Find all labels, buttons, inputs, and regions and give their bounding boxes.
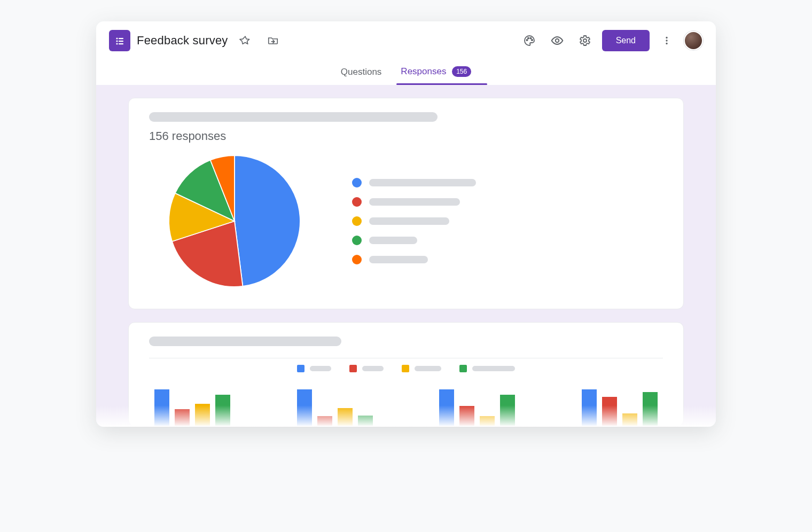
legend-label-placeholder — [369, 217, 449, 225]
bar-group — [297, 389, 373, 426]
bar — [500, 395, 515, 426]
preview-eye-icon[interactable] — [546, 30, 568, 51]
legend-swatch-icon — [349, 365, 357, 372]
responses-count-badge: 156 — [452, 66, 471, 77]
legend-swatch-icon — [352, 178, 362, 187]
responses-body: 156 responses — [96, 85, 716, 427]
star-icon[interactable] — [235, 30, 256, 51]
svg-point-14 — [666, 37, 667, 38]
account-avatar[interactable] — [684, 31, 703, 50]
bar — [459, 406, 474, 426]
forms-logo-icon — [109, 30, 130, 51]
bar — [215, 395, 230, 426]
legend-swatch-icon — [352, 216, 362, 226]
legend-item — [352, 236, 476, 245]
bar — [480, 416, 495, 426]
legend-label-placeholder — [369, 237, 417, 244]
bar — [439, 389, 454, 426]
legend-item — [352, 216, 476, 226]
legend-swatch-icon — [352, 197, 362, 207]
svg-point-15 — [666, 40, 667, 41]
svg-point-16 — [666, 43, 667, 44]
send-button[interactable]: Send — [602, 30, 650, 51]
svg-rect-7 — [119, 43, 123, 44]
legend-swatch-icon — [459, 365, 467, 372]
pie-slice — [235, 155, 300, 286]
tab-questions[interactable]: Questions — [340, 64, 383, 85]
svg-point-12 — [555, 39, 559, 43]
legend-label-placeholder — [310, 366, 331, 371]
tab-responses-label: Responses — [401, 66, 446, 76]
pie-legend — [352, 178, 476, 264]
svg-point-9 — [527, 37, 528, 38]
legend-swatch-icon — [352, 255, 362, 264]
bar — [175, 409, 190, 426]
document-title[interactable]: Feedback survey — [137, 34, 228, 48]
settings-gear-icon[interactable] — [574, 30, 596, 51]
legend-swatch-icon — [297, 365, 304, 372]
bar-group — [439, 389, 515, 426]
legend-label-placeholder — [369, 198, 460, 206]
app-window: Feedback survey — [96, 21, 716, 427]
bar — [297, 389, 312, 426]
svg-point-2 — [116, 37, 118, 39]
response-card-pie: 156 responses — [128, 98, 684, 309]
header-bar: Feedback survey — [96, 21, 716, 56]
question-title-placeholder — [149, 337, 341, 346]
legend-swatch-icon — [352, 236, 362, 245]
legend-item — [459, 365, 515, 372]
legend-item — [349, 365, 384, 372]
responses-count-text: 156 responses — [149, 129, 663, 143]
legend-label-placeholder — [415, 366, 441, 371]
legend-label-placeholder — [472, 366, 515, 371]
svg-point-4 — [116, 40, 118, 42]
bar-legend — [149, 365, 663, 372]
bar — [338, 408, 353, 426]
bar — [622, 413, 637, 426]
pie-chart — [165, 152, 304, 291]
legend-item — [402, 365, 441, 372]
chart-axis-line — [149, 358, 663, 358]
legend-swatch-icon — [402, 365, 409, 372]
bar — [317, 416, 332, 426]
bar — [643, 392, 658, 426]
svg-point-10 — [530, 37, 531, 38]
legend-item — [352, 255, 476, 264]
legend-item — [352, 178, 476, 187]
legend-label-placeholder — [369, 256, 428, 263]
bar — [602, 397, 617, 426]
svg-point-8 — [526, 40, 527, 41]
palette-icon[interactable] — [519, 30, 540, 51]
tab-bar: Questions Responses 156 — [96, 56, 716, 85]
question-title-placeholder — [149, 112, 438, 122]
legend-item — [297, 365, 331, 372]
legend-label-placeholder — [369, 179, 476, 186]
move-to-folder-icon[interactable] — [262, 30, 284, 51]
tab-responses[interactable]: Responses 156 — [400, 63, 472, 85]
svg-point-13 — [583, 39, 587, 42]
response-card-bars — [128, 322, 684, 426]
svg-rect-5 — [119, 41, 123, 42]
bar-group — [582, 389, 658, 426]
bar-group — [154, 389, 230, 426]
bar-chart — [149, 383, 663, 426]
bar — [195, 404, 210, 426]
svg-point-6 — [116, 43, 118, 44]
svg-rect-3 — [119, 38, 123, 39]
more-vert-icon[interactable] — [656, 30, 677, 51]
legend-label-placeholder — [362, 366, 384, 371]
bar — [358, 416, 373, 426]
legend-item — [352, 197, 476, 207]
bar — [582, 389, 597, 426]
svg-point-11 — [531, 40, 532, 41]
bar — [154, 389, 169, 426]
